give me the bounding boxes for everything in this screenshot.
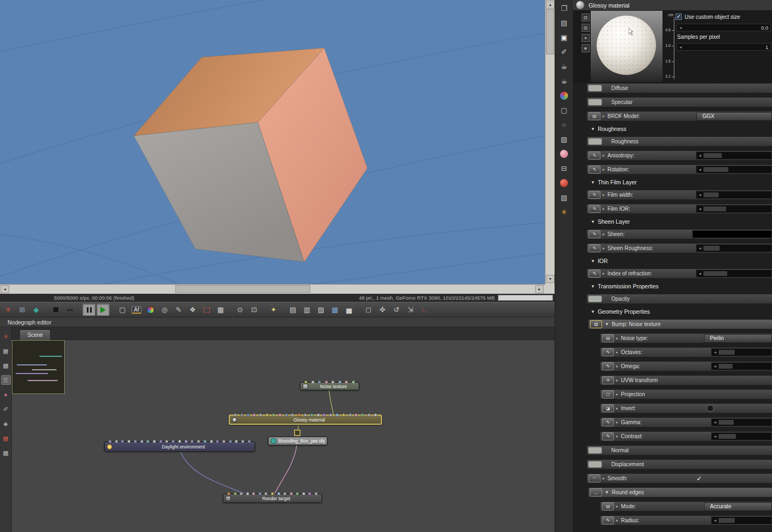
expand-icon[interactable]: ▸ [603, 192, 605, 197]
autofocus-button[interactable]: Af [130, 303, 143, 316]
checker-small-icon[interactable]: ▨ [582, 13, 590, 22]
knife-tool-icon[interactable]: ✐ [558, 46, 571, 58]
port-dot[interactable] [140, 440, 144, 443]
port-dot[interactable] [153, 440, 156, 443]
expand-icon[interactable]: ▸ [603, 232, 605, 237]
texture-slot-icon[interactable] [588, 447, 602, 454]
restart-render-button[interactable]: ◀◀ [63, 303, 76, 316]
port-dot[interactable] [354, 413, 358, 417]
row-bump-group[interactable]: ▨ ▼ Bump: Noise texture [589, 320, 772, 329]
port-dot[interactable] [283, 492, 286, 495]
expand-icon[interactable]: ▸ [616, 350, 618, 355]
sheen-roughness-slider[interactable]: ◄ [696, 244, 772, 252]
invert-icon[interactable]: ◪ [602, 404, 614, 412]
collapse-icon[interactable]: ▼ [591, 180, 595, 185]
port-dot[interactable] [272, 413, 275, 417]
port-dot[interactable] [290, 492, 293, 495]
light-layers-button[interactable]: ✦ [267, 303, 280, 316]
frame-icon[interactable]: ▢ [558, 104, 571, 116]
node-noise-texture[interactable]: Noise texture [300, 382, 359, 390]
port-dot[interactable] [349, 413, 352, 417]
texture-slot-icon[interactable] [588, 461, 602, 468]
axis-gizmo-button[interactable]: ∟ [418, 303, 431, 316]
sheen-color-field[interactable] [692, 230, 772, 238]
port-dot[interactable] [361, 413, 364, 417]
film-width-slider[interactable]: ◄ [696, 191, 772, 199]
round-edges-icon[interactable]: ◡ [590, 488, 602, 496]
port-dot[interactable] [172, 440, 175, 443]
node-list-icon[interactable]: ☰ [1, 375, 11, 385]
port-dot[interactable] [291, 413, 294, 417]
ior-slider[interactable]: ◄ [696, 270, 772, 278]
tab-scene[interactable]: Scene [19, 329, 51, 340]
noise-type-dropdown[interactable]: Perlin [704, 334, 772, 343]
port-dot[interactable] [329, 413, 332, 417]
expand-icon[interactable]: ▸ [603, 153, 605, 158]
stack-icon[interactable]: ⊟ [558, 162, 571, 174]
contrast-slider[interactable]: ◄ [711, 432, 772, 440]
viewport-horizontal-scrollbar[interactable]: ◄ ► [0, 284, 545, 294]
row-projection[interactable]: ▢ ▸ Projection [600, 390, 772, 399]
slider-thumb[interactable] [719, 518, 735, 523]
red-material-icon[interactable] [558, 177, 571, 189]
bump-texture-icon[interactable]: ▨ [590, 320, 602, 328]
port-dot[interactable] [296, 492, 299, 495]
port-dot[interactable] [165, 440, 168, 443]
pause-render-button[interactable] [83, 303, 95, 316]
teapot-preview-icon[interactable]: ☕ [558, 60, 571, 72]
port-dot[interactable] [317, 413, 320, 417]
texture-slot-icon[interactable] [588, 85, 602, 92]
projection-box-icon[interactable]: ▢ [602, 390, 614, 398]
expand-icon[interactable]: ▸ [616, 336, 618, 341]
scroll-down-icon[interactable]: ▼ [546, 275, 555, 283]
slider-left-arrow-icon[interactable]: ◄ [712, 519, 719, 522]
slider-thumb[interactable] [703, 153, 722, 158]
slider-thumb[interactable] [719, 364, 733, 369]
object-size-slider[interactable]: ◄ 0.0 [677, 24, 771, 31]
port-dot[interactable] [265, 413, 269, 417]
curve-edit-icon[interactable]: ✎ [589, 165, 600, 174]
gamma-slider[interactable]: ◄ [711, 418, 772, 426]
curve-edit-icon[interactable]: ✎ [589, 151, 600, 160]
white-balance-button[interactable]: ◎ [158, 303, 171, 316]
expand-icon[interactable]: ▸ [616, 504, 618, 509]
section-transmission[interactable]: ▼ Transmission Properties [591, 283, 772, 289]
port-dot[interactable] [203, 440, 207, 443]
slider-thumb[interactable] [703, 246, 720, 251]
plane-small-icon[interactable]: ■ [582, 44, 590, 52]
port-dot[interactable] [190, 440, 194, 443]
material-preview-image[interactable] [591, 11, 662, 82]
scale-tool-button[interactable]: ⇲ [404, 303, 417, 316]
port-dot[interactable] [234, 413, 237, 417]
port-dot[interactable] [235, 440, 238, 443]
collapse-icon[interactable]: ▼ [591, 284, 595, 289]
rotation-slider[interactable]: ◄ [696, 165, 772, 174]
expand-icon[interactable]: ▸ [616, 406, 618, 411]
photo-icon[interactable]: ▧ [558, 191, 571, 203]
grid-snap-icon[interactable]: ▦ [1, 346, 11, 356]
checker-icon[interactable]: ▨ [558, 133, 571, 145]
port-dot[interactable] [134, 440, 137, 443]
slider-thumb[interactable] [703, 206, 726, 211]
port-dot[interactable] [108, 440, 112, 443]
port-dot[interactable] [227, 492, 230, 495]
port-dot[interactable] [234, 492, 237, 495]
uvw-cross-icon[interactable]: ✕ [602, 376, 614, 384]
row-uvw-transform[interactable]: ✕ ▸ UVW transform [600, 376, 772, 385]
slider-thumb[interactable] [703, 192, 719, 197]
custom-size-checkbox[interactable]: ✓ [675, 13, 682, 20]
curve-edit-icon[interactable]: ✎ [589, 244, 600, 252]
collapse-icon[interactable]: ▼ [591, 127, 595, 132]
port-dot[interactable] [259, 413, 262, 417]
curve-edit-icon[interactable]: ✎ [589, 205, 600, 213]
port-dot[interactable] [264, 492, 268, 495]
row-round-edges-group[interactable]: ◡ ▼ Round edges [589, 488, 772, 497]
resolution-grid-icon[interactable]: ⊞ [16, 303, 29, 316]
expand-icon[interactable]: ▸ [616, 364, 618, 369]
port-dot[interactable] [285, 413, 288, 417]
smooth-checkbox[interactable]: ✓ [696, 475, 702, 482]
slider-left-arrow-icon[interactable]: ◄ [696, 193, 703, 197]
panels-icon[interactable]: ❐ [558, 2, 571, 14]
edit-tonemapping-button[interactable]: ✎ [172, 303, 185, 316]
expand-icon[interactable]: ▸ [603, 271, 605, 276]
